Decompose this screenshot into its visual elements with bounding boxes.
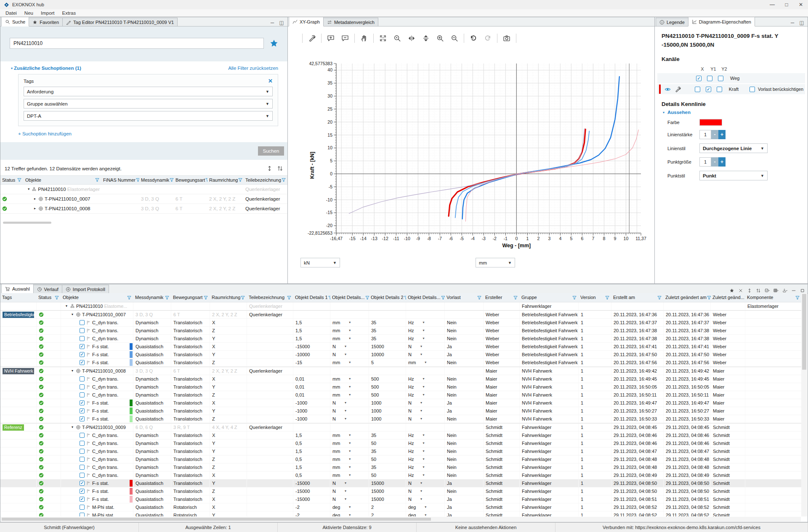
objekt-details-1-unit-select[interactable]: N▾ <box>330 351 369 358</box>
menu-import[interactable]: Import <box>37 11 58 16</box>
objekt-details-2-unit-select[interactable]: Hz▾ <box>406 431 445 439</box>
tab-auswahl[interactable]: Auswahl <box>1 284 34 294</box>
objekt-details-2-unit-select[interactable] <box>406 367 445 375</box>
objekt-details-1-unit-select[interactable]: mm▾ <box>330 375 369 383</box>
tree-caret-icon[interactable]: ▾ <box>70 367 74 375</box>
tab-tag-editor[interactable]: Tag Editor PN42110010 T-PN42110010_0009 … <box>62 18 178 26</box>
table-row[interactable]: F-s stat.QuasistatischTranslatorischY-10… <box>0 351 802 359</box>
table-row[interactable]: ▸T-PN42110010_00083 D, 3 Q6 T2 X, 2 Y, 2… <box>0 204 287 214</box>
window-close-button[interactable]: ✕ <box>794 0 808 9</box>
win-max-icon[interactable] <box>800 288 805 293</box>
menu-datei[interactable]: Datei <box>2 11 21 16</box>
table-row[interactable]: F-s stat.QuasistatischTranslatorischZ-10… <box>0 415 802 423</box>
column-header-teilebezeichnung[interactable]: Teilebezeichnung <box>247 293 293 302</box>
selection-horizontal-scrollbar[interactable] <box>1 517 801 521</box>
column-header-vorlast[interactable]: Vorlast <box>445 293 484 302</box>
tree-caret-icon[interactable]: ▾ <box>70 423 74 431</box>
filter-funnel-icon[interactable] <box>240 295 245 300</box>
objekt-details-2-unit-select[interactable] <box>406 311 445 318</box>
tree-caret-icon[interactable]: ▸ <box>33 204 37 213</box>
table-row[interactable]: C_dyn trans.DynamischTranslatorischZ0,01… <box>0 391 802 399</box>
table-row[interactable]: C_dyn trans.DynamischTranslatorischX0,01… <box>0 375 802 383</box>
objekt-details-1-unit-select[interactable]: mm▾ <box>330 463 369 471</box>
window-minimize-button[interactable]: — <box>765 0 779 9</box>
panel-minimize-icon[interactable]: ─ <box>789 19 796 26</box>
row-checkbox[interactable] <box>80 352 85 357</box>
row-checkbox[interactable] <box>80 384 85 389</box>
column-header-messdynamik[interactable]: Messdynamik <box>133 293 171 302</box>
row-checkbox[interactable] <box>80 441 85 446</box>
row-checkbox[interactable] <box>80 328 85 333</box>
objekt-details-1-unit-select[interactable] <box>330 367 369 375</box>
kraft-x-checkbox[interactable] <box>695 87 700 92</box>
tab-import-protokoll[interactable]: Import Protokoll <box>62 285 109 293</box>
zoom-select-button[interactable] <box>393 34 402 43</box>
filter-funnel-icon[interactable] <box>365 295 369 300</box>
visibility-eye-icon[interactable] <box>664 86 671 93</box>
filter-funnel-icon[interactable] <box>513 295 518 300</box>
objekt-details-2-unit-select[interactable]: Hz▾ <box>406 471 445 479</box>
objekt-details-1-unit-select[interactable]: deg▾ <box>330 503 369 511</box>
tab-verlauf[interactable]: Verlauf <box>33 285 62 293</box>
row-checkbox[interactable] <box>80 392 85 397</box>
objekt-details-2-unit-select[interactable]: Hz▾ <box>406 327 445 334</box>
table-row[interactable]: NVH Fahrwerk▾T-PN42110010_00083 D, 3 Q6 … <box>0 367 802 375</box>
objekt-details-2-unit-select[interactable]: N▾ <box>406 343 445 350</box>
filter-select-gruppe[interactable]: Gruppe auswählen ▼ <box>24 99 273 109</box>
selection-vertical-scrollbar[interactable] <box>801 293 807 516</box>
row-checkbox[interactable] <box>80 457 85 462</box>
objekt-details-1-unit-select[interactable]: mm▾ <box>330 439 369 447</box>
window-maximize-button[interactable]: □ <box>779 0 794 9</box>
comment-remove-button[interactable] <box>340 34 350 43</box>
column-header-version[interactable]: Version <box>579 293 611 302</box>
row-checkbox[interactable] <box>80 344 85 349</box>
aussehen-section-toggle[interactable]: Aussehen <box>667 110 691 115</box>
column-header-status[interactable]: Status <box>0 176 24 184</box>
tab-suche[interactable]: Suche <box>1 17 29 26</box>
sort-2-icon[interactable] <box>756 288 761 293</box>
undo-button[interactable] <box>469 34 478 43</box>
objekt-details-1-unit-select[interactable]: mm▾ <box>330 383 369 391</box>
table-row[interactable]: Betriebsfestigke▾T-PN42110010_00073 D, 3… <box>0 310 802 319</box>
filter-select-wert[interactable]: DPT-A ▼ <box>24 111 273 121</box>
add-search-option-link[interactable]: + Suchoption hinzufügen <box>18 131 72 136</box>
tag-badge[interactable]: NVH Fahrwerk <box>3 368 34 374</box>
objekt-details-1-unit-select[interactable] <box>330 423 369 431</box>
table-row[interactable]: C_dyn trans.DynamischTranslatorischZ0,5m… <box>0 455 802 463</box>
column-header-bewegungsart[interactable]: Bewegungsart <box>174 176 207 184</box>
table-row[interactable]: F-s stat.QuasistatischTranslatorischX-10… <box>0 399 802 407</box>
objekt-details-1-unit-select[interactable]: deg▾ <box>330 511 369 516</box>
weg-y1-checkbox[interactable] <box>707 76 712 81</box>
filter-funnel-icon[interactable] <box>238 177 243 183</box>
column-header-messdynamik[interactable]: Messdynamik <box>139 176 174 184</box>
objekt-details-2-unit-select[interactable]: deg▾ <box>406 511 445 516</box>
objekt-details-2-unit-select[interactable]: mm▾ <box>406 359 445 366</box>
collapse-rows-icon[interactable] <box>277 165 283 172</box>
column-header-finas-nummer[interactable]: FiNAS Nummer <box>101 176 139 184</box>
objekt-details-2-unit-select[interactable]: Hz▾ <box>406 447 445 455</box>
vorlast-checkbox[interactable] <box>750 87 755 92</box>
objekt-details-2-unit-select[interactable]: Hz▾ <box>406 455 445 463</box>
filter-funnel-icon[interactable] <box>657 295 662 300</box>
table-row[interactable]: F-s stat.QuasistatischTranslatorischX-15… <box>0 343 802 351</box>
filter-funnel-icon[interactable] <box>127 295 132 300</box>
objekt-details-2-unit-select[interactable]: Hz▾ <box>406 391 445 399</box>
row-checkbox[interactable] <box>80 449 85 454</box>
column-header-zuletzt-ge-nd-[interactable]: Zuletzt geänd... <box>711 293 745 302</box>
filter-select-kategorie[interactable]: Anforderung ▼ <box>24 87 273 96</box>
objekt-details-1-unit-select[interactable]: mm▾ <box>330 447 369 455</box>
table-row[interactable]: F-s stat.QuasistatischTranslatorischZ-15… <box>0 487 802 495</box>
column-header-ersteller[interactable]: Ersteller <box>484 293 520 302</box>
table-row[interactable]: C_dyn trans.DynamischTranslatorischY0,01… <box>0 383 802 391</box>
search-button[interactable]: Suchen <box>258 146 284 156</box>
stepper-plus-button[interactable]: + <box>718 130 726 139</box>
pan-hand-button[interactable] <box>359 34 369 43</box>
objekt-details-1-unit-select[interactable]: mm▾ <box>330 327 369 334</box>
panel-maximize-icon[interactable]: ◫ <box>798 19 805 26</box>
column-header-raumrichtung[interactable]: Raumrichtung <box>207 176 244 184</box>
table-row[interactable]: F-s stat.QuasistatischTranslatorischX-15… <box>0 495 802 503</box>
filter-funnel-icon[interactable] <box>165 295 170 300</box>
table-row[interactable]: M-Phi stat.QuasistatischRotatorischX-2de… <box>0 503 802 511</box>
row-checkbox[interactable] <box>80 481 85 486</box>
filter-funnel-icon[interactable] <box>707 295 711 300</box>
